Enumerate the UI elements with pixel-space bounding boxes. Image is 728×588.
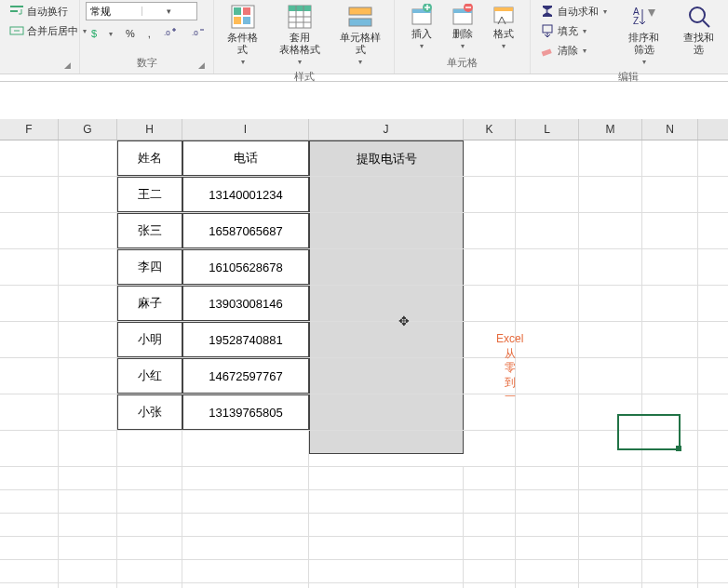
cell[interactable] [464, 560, 516, 582]
cell[interactable] [59, 490, 117, 513]
cell[interactable] [59, 537, 117, 559]
cell[interactable]: 李四 [117, 249, 182, 285]
cell[interactable] [516, 431, 579, 466]
cell[interactable] [0, 213, 59, 248]
decrease-decimal-button[interactable]: .0 [188, 24, 210, 43]
cell[interactable] [309, 177, 464, 212]
cell[interactable] [309, 467, 464, 489]
find-select-button[interactable]: 查找和选 [677, 2, 721, 58]
dialog-launcher-icon[interactable]: ◢ [196, 60, 206, 70]
cell[interactable] [0, 358, 59, 394]
cell[interactable] [516, 394, 579, 430]
accounting-format-button[interactable]: $▾ [86, 24, 116, 43]
format-as-table-button[interactable]: 套用 表格格式 ▾ [274, 2, 326, 68]
cell[interactable]: 张三 [117, 213, 182, 248]
cell[interactable] [464, 583, 516, 588]
cell[interactable] [59, 431, 117, 466]
cell[interactable] [59, 322, 117, 357]
cell[interactable] [117, 431, 182, 466]
cell[interactable] [579, 322, 642, 357]
cell[interactable] [0, 431, 59, 466]
cell[interactable] [59, 213, 117, 248]
format-button[interactable]: 格式 ▾ [487, 2, 520, 52]
cell[interactable] [309, 286, 464, 321]
cell[interactable] [579, 431, 642, 466]
cell[interactable]: 14672597767 [182, 358, 309, 394]
cell[interactable] [182, 583, 309, 588]
cell[interactable] [642, 467, 698, 489]
cell[interactable] [516, 514, 579, 536]
cell[interactable] [309, 431, 464, 454]
cell[interactable] [464, 431, 516, 466]
cell[interactable] [516, 560, 579, 582]
cell[interactable] [464, 213, 516, 248]
cell[interactable] [642, 249, 698, 285]
cell[interactable]: 16105628678 [182, 249, 309, 285]
cell[interactable] [0, 467, 59, 489]
cell[interactable] [464, 177, 516, 212]
clear-button[interactable]: 清除 ▾ [536, 41, 611, 60]
cell[interactable] [464, 249, 516, 285]
cell[interactable] [579, 514, 642, 536]
cell[interactable] [309, 560, 464, 582]
cell[interactable] [0, 560, 59, 582]
column-header-J[interactable]: J [309, 119, 464, 140]
cell[interactable] [642, 286, 698, 321]
cell[interactable] [182, 514, 309, 536]
cell[interactable] [309, 537, 464, 559]
cell[interactable]: 麻子 [117, 286, 182, 321]
cell[interactable] [579, 213, 642, 248]
conditional-format-button[interactable]: 条件格式 ▾ [220, 2, 266, 68]
cell[interactable] [464, 537, 516, 559]
cell[interactable] [0, 514, 59, 536]
cell[interactable]: 19528740881 [182, 322, 309, 357]
cell[interactable]: 16587065687 [182, 213, 309, 248]
comma-style-button[interactable]: , [144, 26, 155, 41]
cell[interactable] [516, 213, 579, 248]
cell[interactable] [579, 394, 642, 430]
cell[interactable] [516, 249, 579, 285]
cell[interactable] [309, 249, 464, 285]
cell[interactable] [117, 560, 182, 582]
cell[interactable] [516, 140, 579, 176]
dialog-launcher-icon[interactable]: ◢ [62, 60, 72, 70]
cell[interactable] [642, 140, 698, 176]
cell[interactable]: 姓名 [117, 140, 182, 176]
column-header-L[interactable]: L [516, 119, 579, 140]
cell[interactable] [516, 467, 579, 489]
cell[interactable] [182, 467, 309, 489]
cell[interactable] [516, 537, 579, 559]
percent-button[interactable]: % [122, 26, 139, 41]
cell[interactable] [642, 537, 698, 559]
cell[interactable] [59, 249, 117, 285]
cell[interactable] [59, 140, 117, 176]
cell[interactable] [579, 560, 642, 582]
column-header-G[interactable]: G [59, 119, 117, 140]
cell[interactable] [579, 358, 642, 394]
cell[interactable] [309, 514, 464, 536]
cell[interactable] [182, 537, 309, 559]
cell[interactable] [642, 177, 698, 212]
fill-button[interactable]: 填充 ▾ [536, 21, 611, 40]
column-header-N[interactable]: N [642, 119, 698, 140]
cell[interactable] [642, 583, 698, 588]
cell[interactable] [642, 431, 698, 466]
cell[interactable] [642, 322, 698, 357]
column-header-K[interactable]: K [464, 119, 516, 140]
cell[interactable] [642, 358, 698, 394]
cell[interactable] [59, 358, 117, 394]
cell[interactable] [516, 286, 579, 321]
cell[interactable] [642, 514, 698, 536]
cell[interactable] [464, 514, 516, 536]
cell[interactable]: 13903008146 [182, 286, 309, 321]
cell[interactable] [117, 467, 182, 489]
cell[interactable] [59, 560, 117, 582]
column-header-F[interactable]: F [0, 119, 59, 140]
cell[interactable] [182, 560, 309, 582]
cell[interactable] [642, 213, 698, 248]
number-format-combo[interactable]: 常规 ▾ [86, 2, 197, 20]
cell[interactable] [309, 394, 464, 430]
column-header-M[interactable]: M [579, 119, 642, 140]
cell[interactable] [309, 583, 464, 588]
cell[interactable] [0, 322, 59, 357]
